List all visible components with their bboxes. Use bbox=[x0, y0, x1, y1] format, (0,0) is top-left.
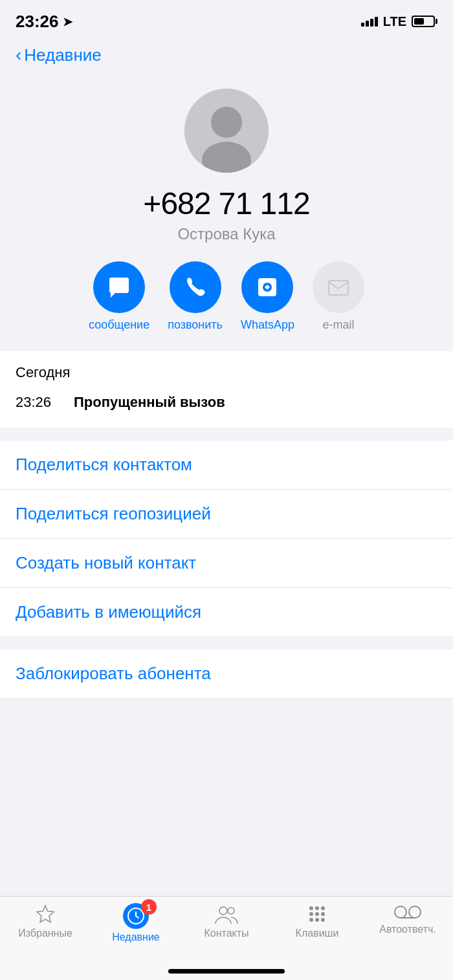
signal-bar-3 bbox=[370, 19, 373, 27]
status-right: LTE bbox=[361, 14, 437, 29]
keypad-label: Клавиши bbox=[296, 928, 339, 939]
block-section: Заблокировать абонента bbox=[0, 649, 453, 699]
recent-icon-wrap: 1 bbox=[123, 903, 149, 929]
svg-point-14 bbox=[321, 912, 325, 916]
tab-contacts[interactable]: Контакты bbox=[181, 903, 272, 939]
svg-point-12 bbox=[309, 912, 313, 916]
create-contact-item[interactable]: Создать новый контакт bbox=[0, 539, 453, 588]
call-time: 23:26 bbox=[16, 394, 74, 411]
svg-point-10 bbox=[315, 906, 319, 910]
call-button[interactable]: позвонить bbox=[168, 261, 223, 332]
tab-voicemail[interactable]: Автоответч. bbox=[362, 903, 453, 935]
status-bar: 23:26 ➤ LTE bbox=[0, 0, 453, 35]
email-icon bbox=[313, 261, 364, 313]
page-content: ‹ Недавние +682 71 112 Острова Кука bbox=[0, 35, 453, 896]
message-button[interactable]: сообщение bbox=[89, 261, 149, 332]
signal-bars-icon bbox=[361, 17, 378, 27]
avatar bbox=[184, 89, 269, 173]
calls-section: Сегодня 23:26 Пропущенный вызов bbox=[0, 351, 453, 428]
action-buttons: сообщение позвонить bbox=[89, 261, 364, 332]
back-label: Недавние bbox=[24, 45, 101, 65]
svg-point-18 bbox=[395, 906, 406, 918]
back-chevron-icon: ‹ bbox=[16, 45, 21, 65]
svg-point-9 bbox=[309, 906, 313, 910]
status-time: 23:26 ➤ bbox=[16, 12, 72, 32]
contact-phone: +682 71 112 bbox=[143, 186, 309, 221]
voicemail-icon-wrap bbox=[393, 903, 422, 921]
whatsapp-button[interactable]: WhatsApp bbox=[241, 261, 294, 332]
svg-point-7 bbox=[219, 907, 227, 915]
back-button[interactable]: ‹ Недавние bbox=[16, 45, 437, 65]
tab-recent[interactable]: 1 Недавние bbox=[91, 903, 181, 943]
voicemail-label: Автоответч. bbox=[379, 924, 436, 935]
call-label: позвонить bbox=[168, 318, 223, 332]
svg-point-16 bbox=[315, 918, 319, 922]
contacts-label: Контакты bbox=[204, 928, 249, 939]
keypad-icon bbox=[306, 903, 328, 925]
recent-label: Недавние bbox=[112, 931, 160, 943]
signal-bar-1 bbox=[361, 23, 364, 27]
signal-bar-2 bbox=[366, 21, 369, 27]
battery-icon bbox=[412, 16, 437, 27]
contact-country: Острова Кука bbox=[177, 225, 275, 243]
svg-point-1 bbox=[211, 107, 242, 138]
signal-bar-4 bbox=[375, 17, 378, 27]
tab-bar: Избранные 1 Недавние Контакты bbox=[0, 896, 453, 980]
whatsapp-icon bbox=[241, 261, 293, 313]
svg-point-13 bbox=[315, 912, 319, 916]
block-contact-item[interactable]: Заблокировать абонента bbox=[0, 649, 453, 699]
lte-label: LTE bbox=[383, 14, 406, 29]
star-icon bbox=[34, 903, 56, 925]
voicemail-icon bbox=[393, 903, 422, 921]
bottom-spacer bbox=[0, 699, 453, 802]
message-icon bbox=[93, 261, 145, 313]
favorites-icon-wrap bbox=[34, 903, 56, 925]
call-row: 23:26 Пропущенный вызов bbox=[16, 390, 437, 415]
share-contact-item[interactable]: Поделиться контактом bbox=[0, 441, 453, 490]
add-existing-item[interactable]: Добавить в имеющийся bbox=[0, 588, 453, 637]
email-label: e-mail bbox=[322, 318, 354, 332]
svg-point-15 bbox=[309, 918, 313, 922]
email-button[interactable]: e-mail bbox=[313, 261, 364, 332]
svg-point-19 bbox=[409, 906, 421, 918]
nav-bar: ‹ Недавние bbox=[0, 35, 453, 76]
avatar-image bbox=[184, 89, 269, 173]
phone-icon bbox=[170, 261, 221, 313]
calls-header: Сегодня bbox=[16, 364, 437, 381]
keypad-icon-wrap bbox=[306, 903, 328, 925]
svg-point-8 bbox=[228, 908, 234, 914]
svg-point-11 bbox=[321, 906, 325, 910]
contacts-icon-wrap bbox=[214, 903, 239, 925]
whatsapp-label: WhatsApp bbox=[241, 318, 294, 332]
time-text: 23:26 bbox=[16, 12, 59, 32]
message-label: сообщение bbox=[89, 318, 149, 332]
tab-favorites[interactable]: Избранные bbox=[0, 903, 91, 939]
recent-badge: 1 bbox=[141, 899, 157, 915]
contacts-icon bbox=[214, 903, 239, 925]
contact-section: +682 71 112 Острова Кука сообщение bbox=[0, 76, 453, 351]
share-location-item[interactable]: Поделиться геопозицией bbox=[0, 490, 453, 539]
location-arrow-icon: ➤ bbox=[63, 15, 72, 29]
menu-section: Поделиться контактом Поделиться геопозиц… bbox=[0, 441, 453, 637]
svg-point-17 bbox=[321, 918, 325, 922]
home-indicator bbox=[168, 969, 285, 974]
favorites-label: Избранные bbox=[18, 928, 72, 939]
tab-keypad[interactable]: Клавиши bbox=[272, 903, 362, 939]
call-type: Пропущенный вызов bbox=[74, 394, 225, 411]
